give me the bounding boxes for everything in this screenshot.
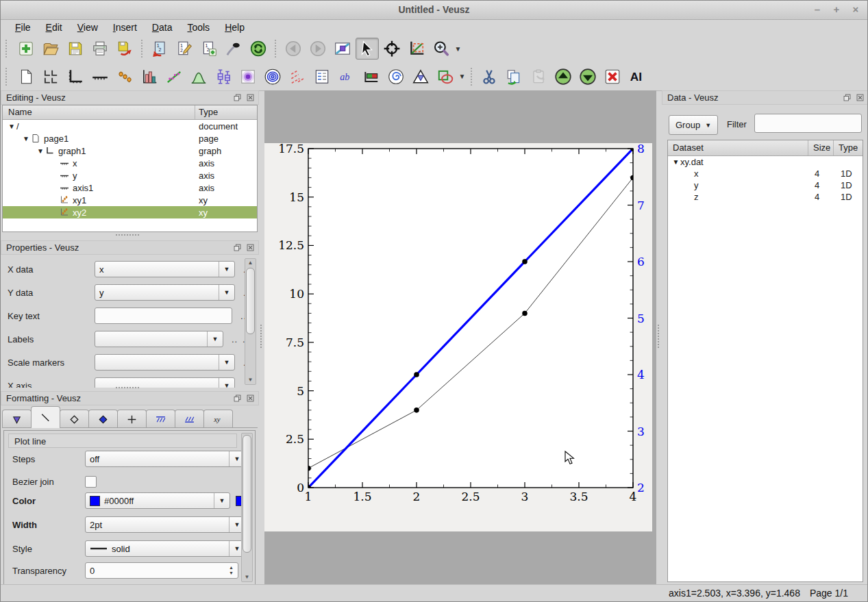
formatting-close-icon[interactable] [245,393,256,404]
properties-close-icon[interactable] [245,242,256,253]
menu-data[interactable]: Data [145,21,180,34]
tab-fill-below[interactable] [146,410,175,428]
menu-tools[interactable]: Tools [179,21,217,34]
add-colorbar-button[interactable] [360,66,383,88]
add-graph-button[interactable] [64,66,87,88]
x-axis-select[interactable]: ▼ [95,377,235,388]
add-boxplot-button[interactable] [212,66,235,88]
tree-item-root[interactable]: ▼/document [3,120,257,132]
add-image-button[interactable] [236,66,260,88]
style-select[interactable]: solid▼ [85,540,245,557]
x-data-select[interactable]: x▼ [95,261,235,277]
minimize-button[interactable]: – [813,3,822,15]
menu-view[interactable]: View [70,21,106,34]
add-axis-button[interactable] [88,66,112,88]
add-ternary-button[interactable] [409,66,432,88]
editing-close-icon[interactable] [245,92,256,103]
add-polar-button[interactable] [384,66,408,88]
tree-item-xy1[interactable]: xy1xy [3,194,257,206]
add-page-button[interactable] [14,66,38,88]
plot-canvas[interactable]: 11.522.533.5402.557.51012.51517.52345678 [264,90,656,586]
add-grid-button[interactable] [39,66,62,88]
rename-widget-button[interactable]: AI [625,66,649,88]
toolbar-handle[interactable] [5,40,10,58]
tree-item-xy2[interactable]: xy2xy [3,206,257,218]
close-button[interactable]: × [851,3,860,15]
add-function-button[interactable] [187,66,210,88]
expander-icon[interactable]: ▼ [7,123,16,130]
add-label-button[interactable]: ab [335,66,358,88]
copy-widget-button[interactable] [502,66,525,88]
add-shape-button-dropdown[interactable]: ▼ [458,66,467,88]
data-float-icon[interactable] [841,92,852,103]
read-data-points-button[interactable] [380,38,404,60]
tab-fill-above[interactable] [175,410,204,428]
cut-widget-button[interactable] [478,66,501,88]
tree-item-y[interactable]: yaxis [3,169,257,181]
labels-select[interactable]: ▼ [95,331,223,347]
zoom-into-graph-button[interactable] [405,38,428,60]
filter-input[interactable] [754,114,862,133]
print-button[interactable] [88,38,112,60]
export-button[interactable] [113,38,136,60]
view-full-size-button[interactable] [331,38,354,60]
formatting-scrollbar[interactable]: ▼ [241,433,253,582]
more-options-button[interactable]: .. [232,334,238,344]
dataset-row-z[interactable]: z41D [668,191,863,203]
new-document-button[interactable] [14,38,38,60]
reload-datasets-button[interactable] [247,38,270,60]
data-close-icon[interactable] [854,92,865,103]
zoom-menu-button[interactable] [430,38,453,60]
steps-select[interactable]: off▼ [85,451,245,467]
add-bar-chart-button[interactable] [138,66,161,88]
tree-item-graph1[interactable]: ▼graph1graph [3,145,257,157]
menu-insert[interactable]: Insert [106,21,145,34]
import-data-button[interactable]: 12 [148,38,171,60]
panel-splitter-handle[interactable] [116,387,139,390]
select-items-button[interactable] [356,38,379,60]
tab-error-bar[interactable] [117,410,147,428]
properties-float-icon[interactable] [232,242,243,253]
group-button[interactable]: Group▼ [669,115,718,135]
scale-markers-select[interactable]: ▼ [95,354,235,371]
transparency-spinner[interactable]: 0▲▼ [85,562,238,579]
dock-splitter-handle[interactable] [260,325,264,348]
save-document-button[interactable] [64,38,87,60]
spinner-arrows[interactable]: ▲▼ [229,565,234,576]
edit-datasets-button[interactable]: 12 [173,38,196,60]
open-document-button[interactable] [39,38,62,60]
tree-item-x[interactable]: xaxis [3,157,257,169]
y-data-select[interactable]: y▼ [95,284,235,301]
zoom-menu-button-dropdown[interactable]: ▼ [454,38,462,60]
menu-edit[interactable]: Edit [38,21,70,34]
add-fit-button[interactable] [162,66,186,88]
bezier-join-checkbox[interactable] [85,476,97,488]
menu-file[interactable]: File [8,21,38,34]
width-select[interactable]: 2pt▼ [85,516,245,533]
dock-splitter-handle[interactable] [658,325,661,348]
add-xy-plot-button[interactable] [113,66,136,88]
toolbar-handle[interactable] [5,68,10,86]
expander-icon[interactable]: ▼ [21,135,31,142]
tree-item-axis1[interactable]: axis1axis [3,181,257,194]
panel-splitter-handle[interactable] [116,234,139,238]
tab-marker-border[interactable] [60,410,89,428]
key-text-input[interactable] [95,308,232,324]
tab-xy-label[interactable]: xy [203,410,233,428]
add-key-button[interactable] [310,66,334,88]
tab-marker-fill[interactable] [88,410,118,428]
add-vectorfield-button[interactable] [286,66,309,88]
editing-float-icon[interactable] [232,92,243,103]
add-contour-button[interactable] [261,66,284,88]
dataset-row-y[interactable]: y41D [668,179,863,191]
tab-main-formatting[interactable] [2,410,32,428]
maximize-button[interactable]: + [832,3,841,15]
add-shape-button[interactable] [434,66,457,88]
dataset-row-xy-dat[interactable]: ▼xy.dat [668,156,863,168]
color-select[interactable]: #0000ff▼ [85,492,230,509]
menu-help[interactable]: Help [217,21,252,34]
dataset-row-x[interactable]: x41D [668,168,863,179]
formatting-float-icon[interactable] [232,393,243,404]
move-widget-down-button[interactable] [576,66,599,88]
create-dataset-button[interactable]: 12 [197,38,221,60]
